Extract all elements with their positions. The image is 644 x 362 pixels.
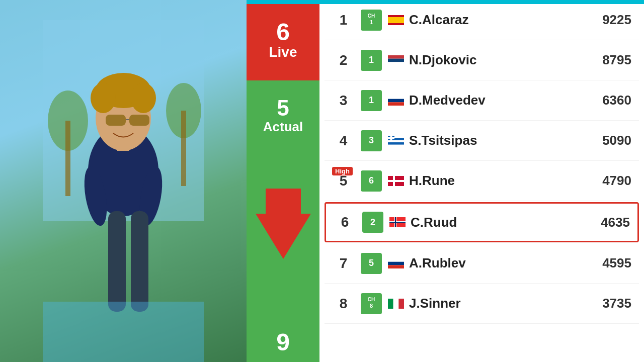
svg-rect-21 bbox=[388, 55, 404, 59]
svg-rect-17 bbox=[131, 211, 148, 312]
player-name: J.Sinner bbox=[409, 296, 591, 311]
player-flag bbox=[389, 217, 406, 227]
svg-rect-23 bbox=[388, 62, 404, 65]
rank-change-badge: 6 bbox=[361, 170, 382, 192]
player-points: 6360 bbox=[591, 93, 631, 108]
rank-position: 4 bbox=[332, 133, 355, 149]
rank-change-badge: 1 bbox=[361, 50, 382, 71]
player-points: 9225 bbox=[591, 12, 631, 28]
rank-position: 1 bbox=[332, 12, 355, 28]
player-points: 3735 bbox=[591, 296, 631, 311]
live-rank-label: Live bbox=[269, 44, 297, 60]
svg-rect-11 bbox=[106, 115, 126, 126]
rank-position: 8 bbox=[332, 296, 355, 312]
ranking-row: 4 3 S.Tsitsipas 5090 bbox=[325, 121, 639, 161]
svg-rect-44 bbox=[388, 258, 404, 262]
svg-rect-25 bbox=[388, 99, 404, 102]
ranking-row: 2 1 N.Djokovic 8795 bbox=[325, 40, 639, 80]
svg-point-9 bbox=[91, 83, 116, 113]
player-flag bbox=[388, 136, 404, 146]
player-name: D.Medvedev bbox=[409, 93, 591, 108]
ranking-row: High 5 6 H.Rune 4790 bbox=[325, 161, 639, 201]
player-flag bbox=[388, 258, 404, 268]
player-points: 8795 bbox=[591, 52, 631, 68]
svg-rect-38 bbox=[388, 180, 404, 182]
svg-rect-35 bbox=[388, 137, 394, 139]
rank-change-badge: 5 bbox=[361, 253, 382, 274]
svg-rect-12 bbox=[129, 115, 149, 126]
rank-change-badge: CH1 bbox=[361, 10, 382, 31]
rank-position-wrapper: 4 bbox=[332, 133, 355, 149]
player-name: A.Rublev bbox=[409, 255, 591, 271]
player-flag bbox=[388, 96, 404, 106]
player-flag bbox=[388, 176, 404, 186]
svg-rect-18 bbox=[43, 302, 204, 362]
svg-rect-20 bbox=[388, 17, 404, 23]
player-flag bbox=[388, 15, 404, 25]
player-points: 4595 bbox=[591, 255, 631, 271]
svg-rect-3 bbox=[65, 121, 70, 196]
ranking-row: 6 2 C.Ruud 4635 bbox=[325, 202, 639, 242]
rank-position-wrapper: High 5 bbox=[332, 173, 355, 189]
svg-rect-32 bbox=[388, 144, 404, 145]
rank-position-wrapper: 3 bbox=[332, 93, 355, 109]
rank-position: 6 bbox=[334, 214, 356, 230]
svg-rect-26 bbox=[388, 102, 404, 106]
live-rank-number: 6 bbox=[276, 20, 290, 44]
rank-position-wrapper: 1 bbox=[332, 12, 355, 28]
svg-rect-43 bbox=[389, 222, 406, 223]
rank-change-badge: 1 bbox=[361, 90, 382, 111]
top-bar bbox=[247, 0, 644, 4]
rank-change-badge: 3 bbox=[361, 130, 382, 151]
svg-rect-46 bbox=[388, 265, 404, 268]
svg-rect-30 bbox=[388, 140, 404, 142]
actual-rank-section: 5 Actual bbox=[247, 80, 319, 151]
bottom-rank-number: 9 bbox=[247, 322, 319, 362]
svg-rect-4 bbox=[181, 111, 186, 186]
player-name: C.Alcaraz bbox=[409, 12, 591, 28]
live-rank-section: 6 Live bbox=[247, 0, 319, 80]
player-name: N.Djokovic bbox=[409, 52, 591, 68]
svg-rect-24 bbox=[388, 96, 404, 99]
actual-rank-number: 5 bbox=[277, 97, 289, 119]
player-points: 4790 bbox=[591, 173, 631, 189]
svg-point-10 bbox=[131, 83, 156, 113]
rank-bar: 6 Live 5 Actual 9 bbox=[247, 0, 319, 362]
rank-position-wrapper: 2 bbox=[332, 52, 355, 68]
rankings-panel: 1 CH1 C.Alcaraz 9225 2 1 N.Djokovic 8795… bbox=[319, 0, 644, 362]
svg-rect-48 bbox=[393, 299, 399, 309]
rank-position: 2 bbox=[332, 52, 355, 68]
photo-panel bbox=[0, 0, 247, 362]
high-badge: High bbox=[332, 167, 353, 175]
player-name: H.Rune bbox=[409, 173, 591, 189]
svg-rect-16 bbox=[108, 211, 126, 312]
player-points: 4635 bbox=[590, 215, 630, 230]
ranking-row: 7 5 A.Rublev 4595 bbox=[325, 243, 639, 284]
rank-position: 3 bbox=[332, 93, 355, 109]
rank-position-wrapper: 8 bbox=[332, 296, 355, 312]
ranking-row: 3 1 D.Medvedev 6360 bbox=[325, 80, 639, 121]
svg-rect-45 bbox=[388, 261, 404, 265]
player-flag bbox=[388, 299, 404, 309]
player-name: C.Ruud bbox=[411, 215, 590, 230]
rank-change-badge: 2 bbox=[362, 212, 383, 233]
svg-rect-31 bbox=[388, 142, 404, 144]
svg-rect-22 bbox=[388, 58, 404, 62]
ranking-row: 8 CH8 J.Sinner 3735 bbox=[325, 284, 639, 324]
rank-position-wrapper: 7 bbox=[332, 255, 355, 272]
actual-rank-label: Actual bbox=[263, 119, 303, 135]
rank-change-badge: CH8 bbox=[361, 293, 382, 314]
svg-rect-49 bbox=[398, 299, 404, 309]
player-flag bbox=[388, 55, 404, 65]
down-arrow-icon bbox=[256, 214, 311, 259]
rank-position: 7 bbox=[332, 255, 355, 272]
player-photo bbox=[43, 20, 204, 362]
rank-position-wrapper: 6 bbox=[334, 214, 356, 230]
player-points: 5090 bbox=[591, 133, 631, 148]
player-name: S.Tsitsipas bbox=[409, 133, 591, 148]
arrow-area bbox=[247, 151, 319, 322]
svg-rect-47 bbox=[388, 299, 393, 309]
ranking-row: 1 CH1 C.Alcaraz 9225 bbox=[325, 0, 639, 40]
